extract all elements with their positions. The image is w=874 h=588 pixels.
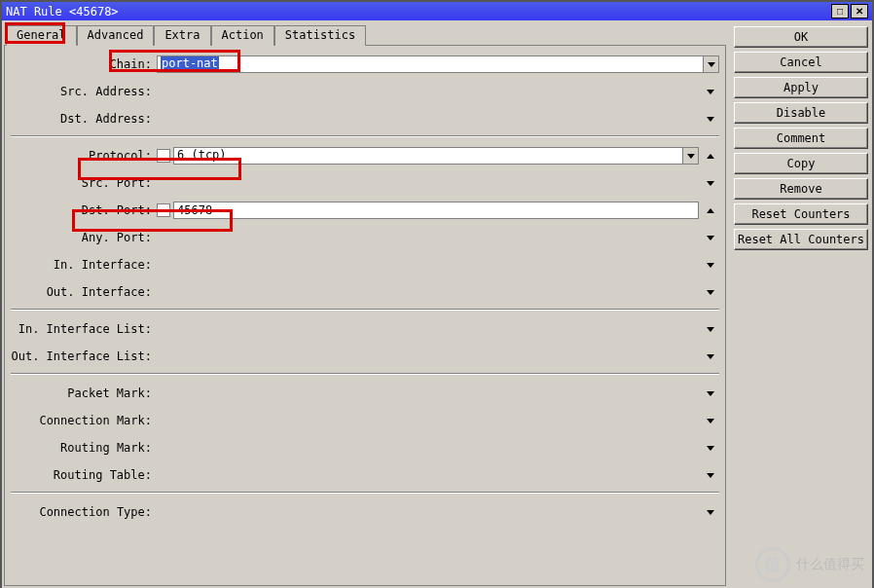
label-inif: In. Interface:	[11, 258, 157, 272]
pktmark-expand[interactable]	[702, 391, 719, 396]
dstport-collapse[interactable]	[702, 208, 719, 213]
label-dstport: Dst. Port:	[11, 203, 157, 217]
chevron-down-icon	[707, 117, 714, 122]
ok-button[interactable]: OK	[734, 26, 868, 48]
tab-action[interactable]: Action	[211, 25, 274, 46]
dstport-input[interactable]	[173, 202, 699, 219]
chevron-down-icon	[707, 354, 714, 359]
chevron-down-icon	[707, 263, 714, 268]
chevron-down-icon	[707, 391, 714, 396]
tab-general[interactable]: General	[6, 25, 77, 46]
label-srcaddr: Src. Address:	[11, 85, 157, 98]
conntype-expand[interactable]	[702, 510, 719, 515]
dstport-invert-checkbox[interactable]	[157, 203, 170, 217]
protocol-select[interactable]: 6 (tcp)	[173, 147, 683, 165]
label-conntype: Connection Type:	[11, 505, 157, 519]
chevron-down-icon	[707, 419, 714, 423]
separator	[11, 373, 719, 375]
disable-button[interactable]: Disable	[734, 102, 868, 124]
chevron-down-icon	[707, 510, 714, 515]
chevron-down-icon	[708, 62, 715, 67]
remove-button[interactable]: Remove	[734, 178, 868, 200]
label-outiflist: Out. Interface List:	[11, 349, 157, 363]
inif-expand[interactable]	[702, 263, 719, 268]
tab-extra[interactable]: Extra	[154, 25, 210, 46]
comment-button[interactable]: Comment	[734, 128, 868, 149]
chevron-up-icon	[707, 208, 714, 213]
chevron-down-icon	[707, 290, 714, 295]
chevron-down-icon	[707, 327, 714, 332]
connmark-expand[interactable]	[702, 419, 719, 423]
separator	[11, 135, 719, 137]
chevron-down-icon	[707, 181, 714, 186]
titlebar: NAT Rule <45678> _ □ ✕	[2, 2, 872, 20]
label-srcport: Src. Port:	[11, 176, 157, 190]
srcport-expand[interactable]	[702, 181, 719, 186]
chain-select[interactable]: port-nat	[157, 55, 704, 73]
label-anyport: Any. Port:	[11, 231, 157, 244]
srcaddr-expand[interactable]	[702, 90, 719, 94]
label-dstaddr: Dst. Address:	[11, 112, 157, 126]
protocol-dropdown-button[interactable]	[682, 147, 699, 165]
anyport-expand[interactable]	[702, 236, 719, 240]
sidebar: OK Cancel Apply Disable Comment Copy Rem…	[728, 20, 872, 588]
apply-button[interactable]: Apply	[734, 77, 868, 98]
label-chain: Chain:	[11, 57, 157, 71]
reset-counters-button[interactable]: Reset Counters	[734, 203, 868, 225]
reset-all-counters-button[interactable]: Reset All Counters	[734, 229, 868, 250]
protocol-collapse[interactable]	[702, 154, 719, 159]
label-iniflist: In. Interface List:	[11, 322, 157, 336]
outiflist-expand[interactable]	[702, 354, 719, 359]
label-rttable: Routing Table:	[11, 468, 157, 482]
label-outif: Out. Interface:	[11, 285, 157, 299]
outif-expand[interactable]	[702, 290, 719, 295]
separator	[11, 309, 719, 311]
cancel-button[interactable]: Cancel	[734, 52, 868, 73]
tab-statistics[interactable]: Statistics	[274, 25, 366, 46]
window-title: NAT Rule <45678>	[6, 5, 810, 18]
label-connmark: Connection Mark:	[11, 414, 157, 427]
close-button[interactable]: ✕	[851, 4, 868, 18]
separator	[11, 492, 719, 494]
label-pktmark: Packet Mark:	[11, 386, 157, 400]
watermark-icon: 值	[755, 547, 790, 582]
chevron-down-icon	[707, 236, 714, 240]
chain-dropdown-button[interactable]	[703, 55, 719, 73]
tab-advanced[interactable]: Advanced	[77, 25, 155, 46]
copy-button[interactable]: Copy	[734, 153, 868, 174]
label-rtmark: Routing Mark:	[11, 441, 157, 455]
chevron-down-icon	[707, 90, 714, 94]
rtmark-expand[interactable]	[702, 446, 719, 451]
protocol-invert-checkbox[interactable]	[157, 149, 170, 163]
maximize-button[interactable]: □	[831, 4, 849, 18]
watermark-text: 什么值得买	[796, 556, 864, 573]
watermark: 值 什么值得买	[755, 547, 864, 582]
chevron-up-icon	[707, 154, 714, 159]
chevron-down-icon	[687, 154, 695, 159]
dstaddr-expand[interactable]	[702, 117, 719, 122]
chevron-down-icon	[707, 446, 714, 451]
iniflist-expand[interactable]	[702, 327, 719, 332]
chevron-down-icon	[707, 473, 714, 478]
label-protocol: Protocol:	[11, 149, 157, 163]
tab-bar: General Advanced Extra Action Statistics	[6, 24, 724, 45]
rttable-expand[interactable]	[702, 473, 719, 478]
tab-content: Chain: port-nat Src. Address: Dst. Addre…	[4, 45, 726, 586]
